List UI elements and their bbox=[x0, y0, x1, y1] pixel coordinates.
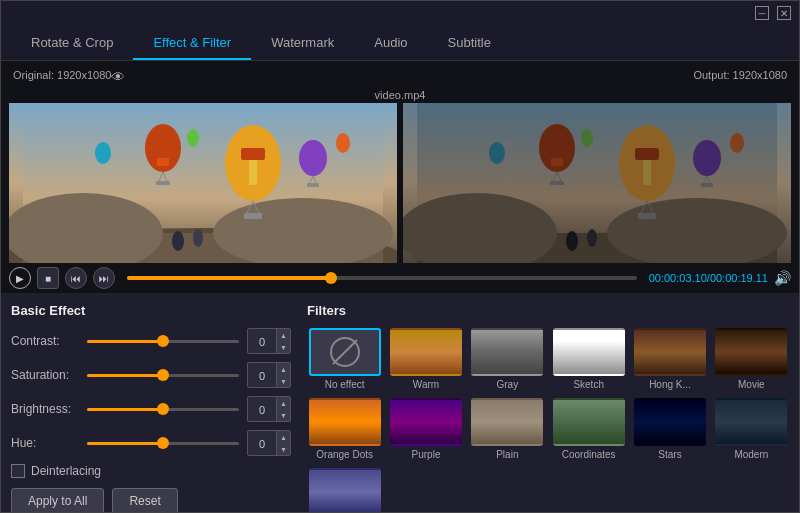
filter-orangedots[interactable]: Orange Dots bbox=[307, 398, 382, 460]
svg-rect-15 bbox=[156, 181, 170, 185]
filter-thumb-stars bbox=[634, 398, 706, 446]
saturation-spinbox[interactable]: 0 ▲ ▼ bbox=[247, 362, 291, 388]
output-label: Output: 1920x1080 bbox=[693, 69, 787, 85]
apply-all-button[interactable]: Apply to All bbox=[11, 488, 104, 513]
next-frame-button[interactable]: ⏭ bbox=[93, 267, 115, 289]
svg-rect-33 bbox=[635, 148, 659, 160]
tab-rotate[interactable]: Rotate & Crop bbox=[11, 27, 133, 60]
right-panel: Filters No effect Warm Gray bbox=[307, 303, 789, 513]
brightness-track bbox=[87, 408, 239, 411]
filter-gray[interactable]: Gray bbox=[470, 328, 545, 390]
filter-label-stars: Stars bbox=[658, 449, 681, 460]
saturation-up[interactable]: ▲ bbox=[277, 363, 290, 375]
brightness-label: Brightness: bbox=[11, 402, 79, 416]
video-area: Original: 1920x1080 👁 Output: 1920x1080 … bbox=[1, 61, 799, 263]
brightness-down[interactable]: ▼ bbox=[277, 409, 290, 421]
filter-thumb-none bbox=[309, 328, 381, 376]
hue-row: Hue: 0 ▲ ▼ bbox=[11, 430, 291, 456]
deinterlace-checkbox[interactable] bbox=[11, 464, 25, 478]
svg-rect-39 bbox=[550, 181, 564, 185]
svg-point-20 bbox=[95, 142, 111, 164]
filter-label-none: No effect bbox=[325, 379, 365, 390]
hue-slider[interactable] bbox=[87, 435, 239, 451]
filter-warm[interactable]: Warm bbox=[388, 328, 463, 390]
saturation-down[interactable]: ▼ bbox=[277, 375, 290, 387]
tab-watermark[interactable]: Watermark bbox=[251, 27, 354, 60]
video-previews bbox=[9, 103, 791, 263]
hue-value: 0 bbox=[248, 431, 276, 455]
left-panel: Basic Effect Contrast: 0 ▲ ▼ Saturation: bbox=[11, 303, 291, 513]
filename-label: video.mp4 bbox=[9, 89, 791, 101]
svg-rect-32 bbox=[638, 213, 656, 219]
filter-movie[interactable]: Movie bbox=[714, 328, 789, 390]
svg-rect-19 bbox=[307, 183, 319, 187]
contrast-fill bbox=[87, 340, 163, 343]
seek-bar[interactable] bbox=[127, 276, 637, 280]
filter-thumb-gray bbox=[471, 328, 543, 376]
eye-icon[interactable]: 👁 bbox=[111, 69, 125, 85]
filter-none[interactable]: No effect bbox=[307, 328, 382, 390]
hue-spinbox[interactable]: 0 ▲ ▼ bbox=[247, 430, 291, 456]
contrast-arrows: ▲ ▼ bbox=[276, 329, 290, 353]
filter-label-orangedots: Orange Dots bbox=[316, 449, 373, 460]
filter-thumb-sketch bbox=[553, 328, 625, 376]
brightness-row: Brightness: 0 ▲ ▼ bbox=[11, 396, 291, 422]
filter-coordinates[interactable]: Coordinates bbox=[551, 398, 626, 460]
brightness-slider[interactable] bbox=[87, 401, 239, 417]
filter-modern[interactable]: Modern bbox=[714, 398, 789, 460]
filter-label-movie: Movie bbox=[738, 379, 765, 390]
deinterlace-label: Deinterlacing bbox=[31, 464, 101, 478]
video-preview-output bbox=[403, 103, 791, 263]
filter-thumb-hongk bbox=[634, 328, 706, 376]
filter-stars[interactable]: Stars bbox=[632, 398, 707, 460]
hue-thumb[interactable] bbox=[157, 437, 169, 449]
filter-label-coordinates: Coordinates bbox=[562, 449, 616, 460]
filter-sketch[interactable]: Sketch bbox=[551, 328, 626, 390]
brightness-spinbox[interactable]: 0 ▲ ▼ bbox=[247, 396, 291, 422]
volume-icon[interactable]: 🔊 bbox=[774, 270, 791, 286]
svg-rect-10 bbox=[249, 160, 257, 185]
filter-label-sketch: Sketch bbox=[573, 379, 604, 390]
contrast-row: Contrast: 0 ▲ ▼ bbox=[11, 328, 291, 354]
saturation-slider[interactable] bbox=[87, 367, 239, 383]
contrast-slider[interactable] bbox=[87, 333, 239, 349]
tab-subtitle[interactable]: Subtitle bbox=[428, 27, 511, 60]
stop-button[interactable]: ■ bbox=[37, 267, 59, 289]
minimize-button[interactable]: ─ bbox=[755, 6, 769, 20]
tab-effect[interactable]: Effect & Filter bbox=[133, 27, 251, 60]
hue-down[interactable]: ▼ bbox=[277, 443, 290, 455]
prev-frame-button[interactable]: ⏮ bbox=[65, 267, 87, 289]
filter-thumb-warm bbox=[390, 328, 462, 376]
svg-point-23 bbox=[172, 231, 184, 251]
svg-point-22 bbox=[187, 129, 199, 147]
brightness-thumb[interactable] bbox=[157, 403, 169, 415]
hue-up[interactable]: ▲ bbox=[277, 431, 290, 443]
filter-label-warm: Warm bbox=[413, 379, 439, 390]
filter-pixelate[interactable]: Pixelate bbox=[307, 468, 382, 513]
svg-rect-12 bbox=[157, 158, 169, 166]
contrast-spinbox[interactable]: 0 ▲ ▼ bbox=[247, 328, 291, 354]
filter-thumb-pixelate bbox=[309, 468, 381, 513]
filter-purple[interactable]: Purple bbox=[388, 398, 463, 460]
tab-audio[interactable]: Audio bbox=[354, 27, 427, 60]
brightness-up[interactable]: ▲ bbox=[277, 397, 290, 409]
saturation-thumb[interactable] bbox=[157, 369, 169, 381]
contrast-down[interactable]: ▼ bbox=[277, 341, 290, 353]
contrast-up[interactable]: ▲ bbox=[277, 329, 290, 341]
title-bar: ─ ✕ bbox=[1, 1, 799, 25]
svg-rect-36 bbox=[551, 158, 563, 166]
contrast-value: 0 bbox=[248, 329, 276, 353]
contrast-thumb[interactable] bbox=[157, 335, 169, 347]
seek-thumb[interactable] bbox=[325, 272, 337, 284]
filter-plain[interactable]: Plain bbox=[470, 398, 545, 460]
filter-label-gray: Gray bbox=[496, 379, 518, 390]
filter-hongk[interactable]: Hong K... bbox=[632, 328, 707, 390]
seek-fill bbox=[127, 276, 331, 280]
play-button[interactable]: ▶ bbox=[9, 267, 31, 289]
reset-button[interactable]: Reset bbox=[112, 488, 177, 513]
contrast-label: Contrast: bbox=[11, 334, 79, 348]
close-button[interactable]: ✕ bbox=[777, 6, 791, 20]
svg-point-24 bbox=[193, 229, 203, 247]
brightness-fill bbox=[87, 408, 163, 411]
svg-point-48 bbox=[587, 229, 597, 247]
